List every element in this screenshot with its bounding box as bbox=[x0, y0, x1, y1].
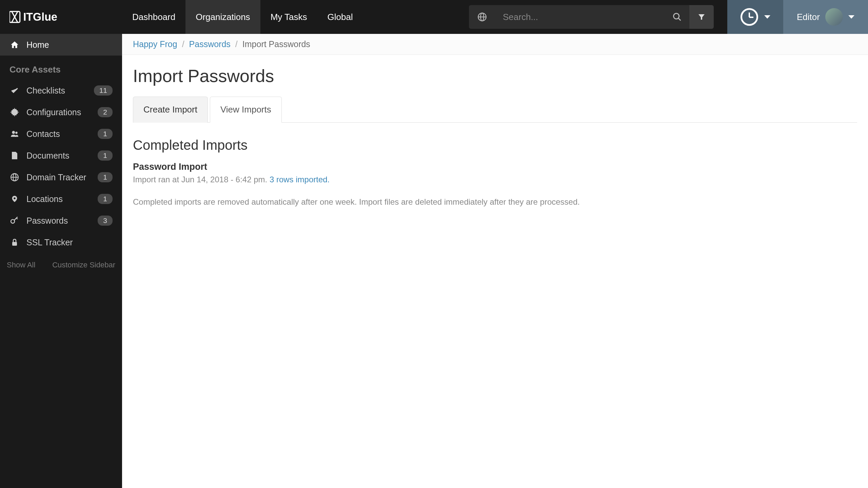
import-note: Completed imports are removed automatica… bbox=[133, 197, 857, 207]
check-icon bbox=[9, 86, 20, 95]
sidebar-item-contacts[interactable]: Contacts 1 bbox=[0, 123, 122, 145]
sidebar-badge: 11 bbox=[94, 85, 113, 96]
nav-organizations[interactable]: Organizations bbox=[185, 0, 260, 34]
sidebar-customize[interactable]: Customize Sidebar bbox=[52, 261, 115, 269]
breadcrumb-org[interactable]: Happy Frog bbox=[133, 39, 177, 49]
sidebar-item-label: Passwords bbox=[26, 216, 91, 226]
sidebar-badge: 1 bbox=[98, 150, 113, 161]
sidebar-heading: Core Assets bbox=[0, 56, 122, 80]
main-content: Happy Frog / Passwords / Import Password… bbox=[122, 34, 868, 488]
gear-icon bbox=[9, 108, 20, 117]
breadcrumb-separator: / bbox=[182, 39, 184, 49]
import-meta: Import ran at Jun 14, 2018 - 6:42 pm. 3 … bbox=[133, 175, 857, 184]
import-meta-text: Import ran at Jun 14, 2018 - 6:42 pm. bbox=[133, 175, 270, 184]
page-title: Import Passwords bbox=[133, 66, 857, 86]
clock-icon bbox=[741, 8, 758, 26]
sidebar-item-label: Documents bbox=[26, 151, 91, 161]
activity-dropdown[interactable] bbox=[727, 0, 783, 34]
svg-line-8 bbox=[678, 18, 681, 21]
sidebar-show-all[interactable]: Show All bbox=[7, 261, 35, 269]
nav-my-tasks[interactable]: My Tasks bbox=[260, 0, 317, 34]
search-button[interactable] bbox=[665, 5, 689, 29]
search-input[interactable] bbox=[495, 5, 665, 29]
import-rows-link[interactable]: 3 rows imported. bbox=[270, 175, 330, 184]
users-icon bbox=[9, 129, 20, 138]
tabs: Create Import View Imports bbox=[133, 96, 857, 123]
user-menu[interactable]: Editor bbox=[783, 0, 868, 34]
sidebar-home[interactable]: Home bbox=[0, 34, 122, 56]
home-icon bbox=[9, 40, 20, 49]
pin-icon bbox=[9, 195, 20, 203]
svg-point-10 bbox=[12, 131, 15, 134]
breadcrumb-separator: / bbox=[235, 39, 238, 49]
sidebar-item-label: Configurations bbox=[26, 107, 91, 117]
chevron-down-icon bbox=[764, 15, 770, 19]
search-bar bbox=[469, 0, 727, 34]
key-icon bbox=[9, 216, 20, 225]
sidebar-footer: Show All Customize Sidebar bbox=[0, 253, 122, 277]
nav-global[interactable]: Global bbox=[317, 0, 363, 34]
sidebar-item-checklists[interactable]: Checklists 11 bbox=[0, 80, 122, 101]
sidebar-badge: 3 bbox=[98, 216, 113, 226]
sidebar-item-configurations[interactable]: Configurations 2 bbox=[0, 101, 122, 123]
sidebar-badge: 1 bbox=[98, 194, 113, 204]
sidebar-badge: 1 bbox=[98, 129, 113, 139]
breadcrumb: Happy Frog / Passwords / Import Password… bbox=[122, 34, 868, 55]
sidebar-item-ssl-tracker[interactable]: SSL Tracker bbox=[0, 231, 122, 253]
breadcrumb-section[interactable]: Passwords bbox=[189, 39, 231, 49]
svg-point-18 bbox=[14, 197, 16, 199]
import-title: Password Import bbox=[133, 162, 857, 172]
globe-icon bbox=[9, 173, 20, 182]
avatar bbox=[825, 8, 843, 26]
nav-links: Dashboard Organizations My Tasks Global bbox=[122, 0, 363, 34]
nav-dashboard[interactable]: Dashboard bbox=[122, 0, 185, 34]
section-title: Completed Imports bbox=[133, 138, 857, 153]
svg-rect-22 bbox=[12, 242, 17, 246]
svg-line-21 bbox=[16, 218, 17, 219]
logo[interactable]: ITGlue bbox=[0, 0, 122, 34]
svg-text:ITGlue: ITGlue bbox=[23, 11, 57, 23]
lock-icon bbox=[9, 238, 20, 247]
user-role-label: Editor bbox=[797, 12, 820, 22]
svg-point-7 bbox=[674, 14, 679, 19]
search-scope-button[interactable] bbox=[469, 5, 495, 29]
sidebar-item-label: SSL Tracker bbox=[26, 238, 113, 247]
sidebar-item-label: Checklists bbox=[26, 86, 87, 96]
breadcrumb-current: Import Passwords bbox=[242, 39, 310, 49]
svg-point-11 bbox=[15, 132, 18, 134]
sidebar: Home Core Assets Checklists 11 Configura… bbox=[0, 34, 122, 488]
sidebar-item-label: Domain Tracker bbox=[26, 172, 91, 182]
sidebar-item-passwords[interactable]: Passwords 3 bbox=[0, 210, 122, 231]
sidebar-badge: 1 bbox=[98, 172, 113, 182]
sidebar-item-label: Locations bbox=[26, 194, 91, 204]
sidebar-item-label: Contacts bbox=[26, 129, 91, 139]
sidebar-item-documents[interactable]: Documents 1 bbox=[0, 145, 122, 166]
document-icon bbox=[9, 151, 20, 160]
tab-view-imports[interactable]: View Imports bbox=[210, 97, 282, 123]
sidebar-home-label: Home bbox=[26, 40, 113, 50]
sidebar-item-domain-tracker[interactable]: Domain Tracker 1 bbox=[0, 166, 122, 188]
top-nav: ITGlue Dashboard Organizations My Tasks … bbox=[0, 0, 868, 34]
filter-button[interactable] bbox=[689, 5, 714, 29]
sidebar-badge: 2 bbox=[98, 107, 113, 117]
sidebar-item-locations[interactable]: Locations 1 bbox=[0, 188, 122, 210]
chevron-down-icon bbox=[848, 15, 854, 19]
tab-create-import[interactable]: Create Import bbox=[133, 97, 208, 123]
